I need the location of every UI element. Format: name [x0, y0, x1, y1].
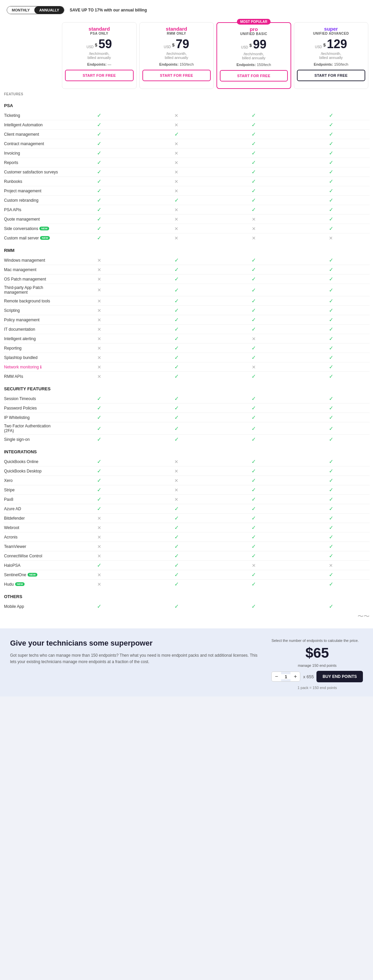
check-icon: ✓ [329, 581, 333, 587]
check-cell-col3: ✓ [215, 457, 292, 466]
check-cell-col2: ✓ [138, 284, 216, 296]
x-icon: ✕ [175, 207, 178, 213]
feature-name: QuickBooks Online [4, 459, 38, 464]
check-icon: ✓ [175, 553, 179, 559]
price-period2-pro: billed annually [220, 56, 288, 60]
check-icon: ✓ [329, 207, 333, 213]
check-cell-col2: ✕ [138, 485, 216, 495]
feature-name: Single sign-on [4, 437, 30, 442]
start-btn-standard-rmm[interactable]: START FOR FREE [143, 70, 211, 81]
feature-name: Client management [4, 132, 39, 137]
price-currency-standard-psa: $ [95, 43, 97, 48]
endpoints-super: Endpoints: 150/tech [297, 62, 366, 66]
feature-name: Mobile App [4, 604, 24, 609]
plan-standard-psa: standard PSA ONLY USD $ 59 /tech/month, … [62, 22, 137, 89]
price-block-standard-psa: USD $ 59 [65, 38, 133, 50]
check-cell-col2: ✓ [138, 334, 216, 344]
price-currency-super: $ [323, 43, 325, 48]
feature-name: Intelligent Automation [4, 123, 43, 127]
stepper-value: 1 [281, 674, 290, 679]
quantity-stepper[interactable]: − 1 + [271, 671, 300, 682]
table-row: Pax8 ✓ ✕ ✓ ✓ [3, 495, 370, 504]
price-period-pro: /tech/month, [220, 52, 288, 56]
start-btn-super[interactable]: START FOR FREE [297, 70, 366, 81]
check-icon: ✓ [329, 307, 333, 313]
check-cell-col4: ✓ [292, 514, 370, 523]
check-cell-col1: ✕ [60, 265, 138, 274]
check-icon: ✓ [175, 317, 179, 323]
x-icon: ✕ [97, 287, 101, 293]
check-icon: ✓ [175, 355, 179, 360]
check-cell-col2: ✓ [138, 256, 216, 265]
check-cell-col1: ✕ [60, 306, 138, 315]
check-cell-col3: ✓ [215, 120, 292, 130]
check-icon: ✓ [97, 226, 101, 231]
check-cell-col1: ✓ [60, 158, 138, 167]
table-row: Custom rebranding ✓ ✓ ✓ ✓ [3, 196, 370, 205]
check-icon: ✓ [97, 396, 101, 401]
x-icon: ✕ [97, 267, 101, 272]
check-icon: ✓ [329, 150, 333, 156]
check-cell-col1: ✕ [60, 551, 138, 561]
table-row: Third-party App Patch management ✕ ✓ ✓ ✓ [3, 284, 370, 296]
scroll-indicator: 〜〜 [0, 611, 373, 622]
check-icon: ✓ [251, 113, 256, 118]
check-icon: ✓ [251, 178, 256, 184]
x-icon: ✕ [252, 226, 256, 231]
billing-toggle[interactable]: MONTHLY ANNUALLY [7, 6, 64, 14]
x-icon: ✕ [97, 553, 101, 559]
check-icon: ✓ [251, 405, 256, 411]
x-icon: ✕ [97, 336, 101, 342]
check-cell-col3: ✓ [215, 542, 292, 551]
annually-toggle[interactable]: ANNUALLY [34, 6, 64, 14]
x-icon: ✕ [97, 308, 101, 313]
plan-subtitle-pro: UNIFIED BASIC [220, 32, 288, 36]
info-icon[interactable]: ℹ [40, 365, 42, 369]
check-cell-col4: ✓ [292, 372, 370, 381]
check-icon: ✓ [175, 396, 179, 401]
feature-label-cell: Two Factor Authentication (2FA) [3, 422, 60, 435]
check-cell-col4: ✓ [292, 533, 370, 542]
check-cell-col3: ✓ [215, 167, 292, 177]
feature-label-cell: Webroot [3, 523, 60, 533]
buy-endpoints-button[interactable]: BUY END POINTS [316, 671, 363, 682]
feature-label-cell: Session Timeouts [3, 394, 60, 403]
check-icon: ✓ [251, 415, 256, 420]
x-icon: ✕ [97, 572, 101, 578]
check-icon: ✓ [97, 436, 101, 442]
stepper-increment[interactable]: + [290, 672, 300, 681]
check-cell-col4: ✓ [292, 504, 370, 514]
feature-name: Xero [4, 478, 13, 483]
x-icon: ✕ [252, 235, 256, 241]
check-cell-col2: ✓ [138, 274, 216, 284]
start-btn-pro[interactable]: START FOR FREE [220, 70, 288, 81]
check-cell-col1: ✕ [60, 363, 138, 372]
stepper-decrement[interactable]: − [272, 672, 281, 681]
check-cell-col3: ✓ [215, 265, 292, 274]
start-btn-standard-psa[interactable]: START FOR FREE [65, 70, 133, 81]
check-cell-col2: ✓ [138, 325, 216, 334]
check-icon: ✓ [175, 307, 179, 313]
monthly-toggle[interactable]: MONTHLY [7, 6, 34, 14]
table-row: Acronis ✕ ✓ ✓ ✓ [3, 533, 370, 542]
check-cell-col3: ✓ [215, 177, 292, 186]
table-row: Session Timeouts ✓ ✓ ✓ ✓ [3, 394, 370, 403]
check-icon: ✓ [97, 477, 101, 483]
feature-label-cell: Custom mail server NEW [3, 233, 60, 243]
check-icon: ✓ [251, 496, 256, 502]
x-icon: ✕ [252, 364, 256, 370]
check-icon: ✓ [175, 326, 179, 332]
check-icon: ✓ [97, 426, 101, 431]
check-icon: ✓ [175, 298, 179, 304]
feature-label-cell: Customer satisfaction surveys [3, 167, 60, 177]
feature-link[interactable]: Network monitoring [4, 365, 39, 369]
save-label: SAVE UP TO 17% with our annual billing [70, 8, 147, 13]
table-row: Bitdefender ✕ ✓ ✓ ✓ [3, 514, 370, 523]
x-icon: ✕ [97, 374, 101, 379]
check-cell-col2: ✕ [138, 224, 216, 233]
check-icon: ✓ [175, 515, 179, 521]
check-cell-col1: ✓ [60, 476, 138, 485]
check-cell-col3: ✓ [215, 570, 292, 579]
feature-name: IT documentation [4, 327, 35, 332]
check-cell-col4: ✓ [292, 274, 370, 284]
